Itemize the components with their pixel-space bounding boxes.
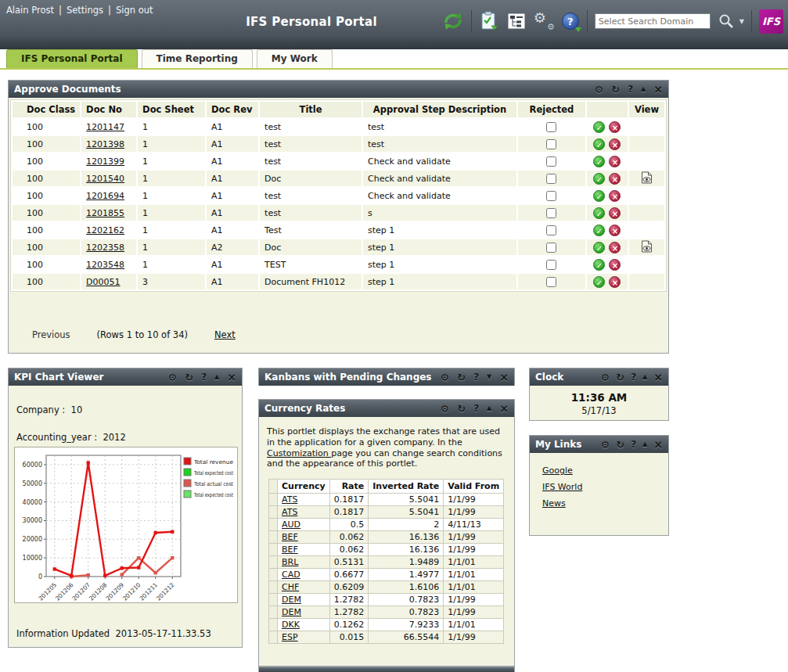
- rejected-checkbox[interactable]: [546, 277, 556, 287]
- portlet-refresh-icon[interactable]: ↻: [616, 440, 624, 450]
- rejected-checkbox[interactable]: [546, 243, 556, 253]
- portlet-help-icon[interactable]: ?: [631, 440, 636, 449]
- approve-icon[interactable]: ✓: [593, 121, 605, 133]
- reject-icon[interactable]: ×: [609, 121, 621, 133]
- rejected-checkbox[interactable]: [546, 174, 556, 184]
- approve-icon[interactable]: ✓: [593, 173, 605, 185]
- navigator-icon[interactable]: [506, 11, 527, 31]
- portlet-refresh-icon[interactable]: ↻: [457, 404, 466, 414]
- portlet-help-icon[interactable]: ?: [628, 84, 633, 94]
- reject-icon[interactable]: ×: [609, 138, 621, 150]
- rejected-checkbox[interactable]: [546, 156, 556, 167]
- reject-icon[interactable]: ×: [609, 259, 621, 271]
- portlet-help-icon[interactable]: ?: [473, 404, 479, 413]
- portlet-help-icon[interactable]: ?: [631, 372, 636, 382]
- portlet-collapse-icon[interactable]: ▲: [214, 374, 219, 380]
- doc-no-link[interactable]: 1201694: [86, 191, 124, 201]
- reject-icon[interactable]: ×: [609, 173, 621, 185]
- approve-icon[interactable]: ✓: [593, 156, 605, 167]
- reject-icon[interactable]: ×: [609, 225, 621, 236]
- portlet-collapse-icon[interactable]: ▲: [642, 441, 647, 447]
- doc-no-link[interactable]: 1201147: [86, 122, 124, 132]
- portlet-close-icon[interactable]: ×: [653, 84, 663, 95]
- approve-icon[interactable]: ✓: [593, 242, 605, 253]
- currency-link[interactable]: BEF: [282, 532, 298, 542]
- portlet-expand-icon[interactable]: ▼: [487, 374, 491, 380]
- currency-link[interactable]: ESP: [282, 632, 298, 642]
- doc-no-link[interactable]: 1201855: [86, 208, 124, 218]
- currency-link[interactable]: AUD: [282, 519, 300, 530]
- search-domain-input[interactable]: [595, 13, 711, 29]
- search-icon[interactable]: [718, 13, 735, 29]
- portlet-close-icon[interactable]: ×: [227, 372, 236, 383]
- reject-icon[interactable]: ×: [609, 276, 621, 288]
- approve-icon[interactable]: ✓: [593, 207, 605, 219]
- portlet-settings-icon[interactable]: ⚙: [595, 84, 604, 95]
- portlet-settings-icon[interactable]: ⚙: [601, 372, 610, 383]
- portlet-collapse-icon[interactable]: ▲: [487, 405, 491, 411]
- rejected-checkbox[interactable]: [546, 208, 556, 218]
- portlet-settings-icon[interactable]: ⚙: [441, 372, 450, 383]
- approve-icon[interactable]: ✓: [593, 138, 605, 150]
- view-document-icon[interactable]: [641, 240, 653, 255]
- portlet-refresh-icon[interactable]: ↻: [616, 372, 624, 383]
- portlet-settings-icon[interactable]: ⚙: [441, 404, 450, 414]
- doc-no-link[interactable]: 1202162: [86, 225, 124, 235]
- doc-no-link[interactable]: 1203548: [86, 260, 124, 270]
- currency-link[interactable]: ATS: [282, 507, 297, 517]
- next-page-link[interactable]: Next: [214, 329, 236, 340]
- currency-link[interactable]: CAD: [282, 570, 300, 580]
- help-icon[interactable]: ?: [561, 12, 580, 31]
- reject-icon[interactable]: ×: [609, 242, 621, 253]
- portlet-refresh-icon[interactable]: ↻: [457, 372, 466, 383]
- currency-link[interactable]: CHF: [282, 582, 299, 592]
- ifs-logo[interactable]: IFS: [759, 9, 783, 34]
- search-dropdown-icon[interactable]: ▼: [739, 18, 744, 25]
- refresh-page-icon[interactable]: [442, 11, 464, 31]
- currency-link[interactable]: DEM: [282, 595, 301, 605]
- user-name-link[interactable]: Alain Prost: [6, 5, 54, 16]
- rejected-checkbox[interactable]: [546, 139, 556, 149]
- approve-icon[interactable]: ✓: [593, 276, 605, 288]
- currency-link[interactable]: BEF: [282, 544, 298, 555]
- portlet-refresh-icon[interactable]: ↻: [185, 372, 193, 383]
- link-news[interactable]: News: [542, 498, 566, 508]
- rejected-checkbox[interactable]: [546, 191, 556, 201]
- doc-no-link[interactable]: D00051: [86, 277, 120, 287]
- portlet-settings-icon[interactable]: ⚙: [168, 372, 178, 383]
- currency-link[interactable]: ATS: [282, 494, 297, 505]
- doc-no-link[interactable]: 1201399: [86, 156, 124, 167]
- portlet-collapse-icon[interactable]: ▲: [642, 374, 647, 380]
- rejected-checkbox[interactable]: [546, 122, 556, 132]
- portlet-help-icon[interactable]: ?: [201, 372, 207, 382]
- portlet-help-icon[interactable]: ?: [473, 372, 479, 382]
- portlet-close-icon[interactable]: ×: [499, 403, 509, 414]
- signout-link[interactable]: Sign out: [116, 5, 153, 16]
- doc-no-link[interactable]: 1202358: [86, 243, 124, 253]
- settings-link[interactable]: Settings: [67, 5, 103, 16]
- portlet-settings-icon[interactable]: ⚙: [601, 440, 610, 450]
- link-ifs-world[interactable]: IFS World: [542, 482, 582, 492]
- tab-my-work[interactable]: My Work: [257, 49, 333, 68]
- reject-icon[interactable]: ×: [609, 207, 621, 219]
- approve-icon[interactable]: ✓: [593, 259, 605, 271]
- doc-no-link[interactable]: 1201398: [86, 139, 124, 149]
- portlet-close-icon[interactable]: ×: [499, 372, 509, 383]
- currency-link[interactable]: DEM: [282, 607, 301, 617]
- portlet-collapse-icon[interactable]: ▲: [641, 86, 646, 92]
- portlet-refresh-icon[interactable]: ↻: [611, 84, 620, 95]
- portlet-close-icon[interactable]: ×: [653, 439, 663, 450]
- view-document-icon[interactable]: [641, 171, 653, 186]
- currency-link[interactable]: DKK: [282, 620, 300, 630]
- my-todo-icon[interactable]: [479, 11, 499, 31]
- rejected-checkbox[interactable]: [546, 260, 556, 270]
- tab-time-reporting[interactable]: Time Reporting: [142, 49, 253, 68]
- approve-icon[interactable]: ✓: [593, 190, 605, 202]
- customization-link[interactable]: Customization: [267, 448, 331, 458]
- approve-icon[interactable]: ✓: [593, 225, 605, 236]
- currency-link[interactable]: BRL: [282, 557, 298, 567]
- reject-icon[interactable]: ×: [609, 190, 621, 202]
- settings-gears-icon[interactable]: ⚙ ⚙: [534, 11, 554, 31]
- previous-page-link[interactable]: Previous: [32, 329, 70, 340]
- portlet-close-icon[interactable]: ×: [653, 372, 663, 383]
